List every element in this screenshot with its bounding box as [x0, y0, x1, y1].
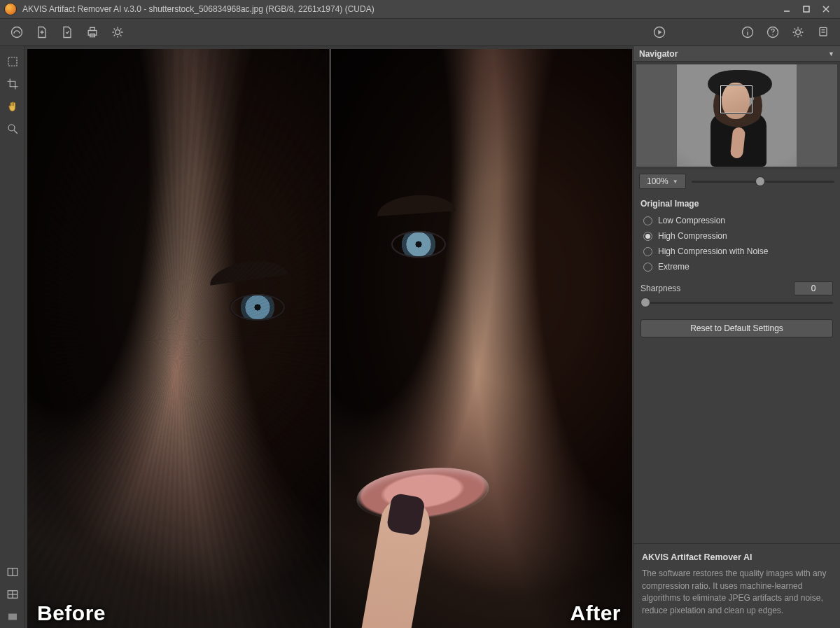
sharpness-slider[interactable] [640, 297, 833, 308]
close-button[interactable] [816, 2, 836, 16]
compare-split-button[interactable] [3, 562, 22, 582]
svg-rect-6 [90, 27, 95, 30]
svg-point-14 [772, 34, 773, 35]
notifications-button[interactable] [812, 21, 834, 43]
radio-icon [643, 247, 652, 256]
compression-option-label: Low Compression [658, 216, 725, 225]
zoom-slider[interactable] [692, 176, 834, 187]
chevron-down-icon: ▼ [828, 50, 834, 57]
svg-rect-5 [88, 31, 97, 36]
sharpness-label: Sharpness [640, 284, 680, 293]
settings-button[interactable] [787, 21, 809, 43]
info-description: The software restores the quality images… [642, 568, 832, 617]
batch-button[interactable] [106, 21, 129, 43]
compression-option[interactable]: Extreme [634, 259, 840, 274]
radio-icon [643, 263, 652, 272]
zoom-tool[interactable] [3, 119, 22, 139]
print-button[interactable] [81, 21, 104, 43]
compression-option[interactable]: High Compression [634, 228, 840, 244]
open-file-button[interactable] [31, 21, 53, 43]
maximize-button[interactable] [797, 2, 816, 16]
svg-rect-19 [8, 57, 17, 66]
chevron-down-icon: ▼ [673, 179, 678, 185]
reset-defaults-label: Reset to Default Settings [690, 323, 783, 333]
home-button[interactable] [6, 21, 28, 43]
radio-icon [643, 216, 652, 225]
compression-section-title: Original Image [634, 193, 840, 213]
info-title: AKVIS Artifact Remover AI [642, 552, 832, 562]
after-label: After [570, 601, 621, 625]
compression-option[interactable]: Low Compression [634, 213, 840, 228]
svg-point-12 [747, 29, 748, 30]
svg-line-21 [14, 130, 18, 134]
info-panel: AKVIS Artifact Remover AI The software r… [634, 543, 840, 628]
quick-preview-tool[interactable] [3, 52, 22, 71]
compression-option-label: Extreme [658, 262, 690, 272]
sharpness-slider-thumb[interactable] [640, 298, 650, 307]
zoom-value: 100% [647, 176, 668, 186]
navigator-preview[interactable] [636, 64, 837, 167]
navigator-title: Navigator [639, 49, 678, 59]
svg-point-4 [12, 27, 22, 38]
zoom-dropdown[interactable]: 100% ▼ [639, 174, 686, 189]
single-view-button[interactable] [3, 607, 22, 627]
svg-rect-1 [804, 6, 809, 12]
save-file-button[interactable] [56, 21, 78, 43]
run-button[interactable] [648, 21, 671, 43]
compare-mode-button[interactable] [3, 585, 22, 604]
reset-defaults-button[interactable]: Reset to Default Settings [640, 319, 833, 337]
title-bar: AKVIS Artifact Remover AI v.3.0 - shutte… [0, 0, 840, 18]
svg-point-20 [8, 125, 15, 131]
navigator-header[interactable]: Navigator ▼ [634, 46, 840, 62]
svg-point-15 [796, 30, 801, 35]
help-button[interactable] [762, 21, 784, 43]
top-toolbar [0, 18, 840, 46]
crop-tool[interactable] [3, 74, 22, 94]
app-logo-icon [4, 3, 17, 15]
navigator-viewport-rect[interactable] [720, 85, 752, 113]
compression-option[interactable]: High Compression with Noise [634, 244, 840, 259]
info-button[interactable] [736, 21, 759, 43]
right-panel: Navigator ▼ [633, 46, 840, 628]
compression-option-label: High Compression with Noise [658, 246, 768, 256]
compression-option-label: High Compression [658, 231, 727, 241]
zoom-slider-thumb[interactable] [755, 176, 765, 186]
canvas-area[interactable]: Before After [25, 46, 633, 628]
before-after-divider[interactable] [330, 49, 330, 628]
left-toolstrip [0, 46, 25, 628]
svg-rect-16 [820, 27, 827, 36]
radio-icon [643, 232, 652, 241]
sharpness-value[interactable]: 0 [794, 281, 833, 295]
minimize-button[interactable] [777, 2, 797, 16]
window-title: AKVIS Artifact Remover AI v.3.0 - shutte… [22, 4, 374, 14]
hand-tool[interactable] [3, 97, 22, 116]
svg-rect-27 [8, 614, 17, 620]
before-label: Before [37, 601, 106, 625]
svg-point-8 [115, 30, 120, 35]
